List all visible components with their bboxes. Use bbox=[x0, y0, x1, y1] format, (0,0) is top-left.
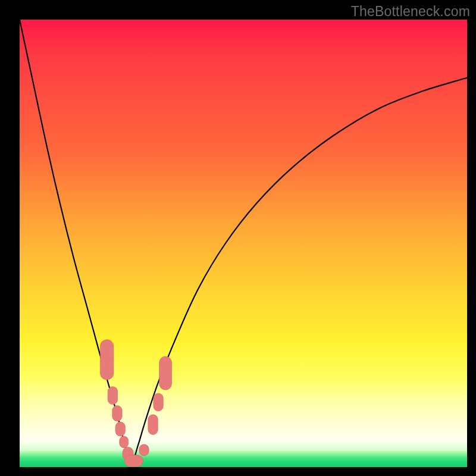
data-marker bbox=[154, 393, 164, 411]
data-marker bbox=[115, 422, 126, 436]
plot-area bbox=[20, 20, 467, 467]
chart-frame: TheBottleneck.com bbox=[0, 0, 476, 476]
curve-layer bbox=[20, 20, 467, 462]
data-marker bbox=[148, 415, 158, 435]
data-marker bbox=[120, 436, 129, 448]
chart-svg bbox=[20, 20, 467, 467]
marker-layer bbox=[100, 340, 171, 467]
data-marker bbox=[159, 356, 172, 390]
data-marker bbox=[100, 340, 114, 380]
data-marker bbox=[112, 406, 123, 421]
data-marker bbox=[139, 444, 149, 456]
bottleneck-curve bbox=[20, 20, 467, 462]
data-marker bbox=[124, 455, 143, 467]
data-marker bbox=[108, 387, 118, 405]
watermark-text: TheBottleneck.com bbox=[351, 4, 470, 20]
